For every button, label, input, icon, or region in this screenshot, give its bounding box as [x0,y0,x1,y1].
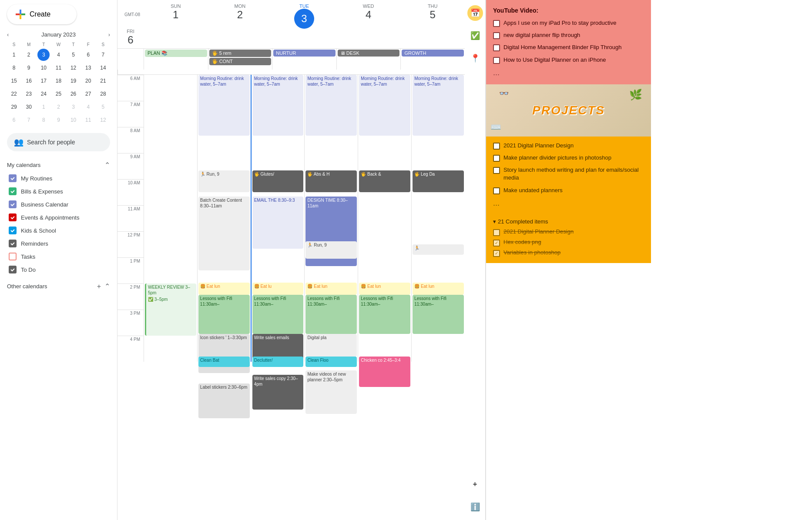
event-thu-morning-routine[interactable]: Morning Routine: drink water, 5–7am [359,75,410,136]
mini-day-19[interactable]: 19 [67,75,80,87]
completed-item-3[interactable]: ✓ Variables in photoshop [493,249,644,257]
yt-item-3[interactable]: Digital Home Management Binder Flip Thro… [493,43,644,51]
yt-item-1[interactable]: Apps I use on my iPad Pro to stay produc… [493,19,644,27]
allday-event-wed-1[interactable]: 🖥 DESK [338,50,400,57]
day-num-thu[interactable]: 5 [400,9,465,21]
calendar-item-events[interactable]: Events & Appointments [7,211,110,224]
completed-header[interactable]: ▾ 21 Completed items [493,218,644,225]
calendar-item-my-routines[interactable]: My Routines [7,172,110,185]
day-col-mon[interactable]: MON 2 [208,3,272,29]
allday-event-mon-2[interactable]: 🖐 CONT [209,58,272,65]
event-fri-morning-routine[interactable]: Morning Routine: drink water, 5–7am [413,75,464,136]
mini-day-17[interactable]: 17 [37,75,50,87]
mini-day-35[interactable]: 5 [97,101,109,113]
events-checkbox[interactable] [9,213,17,221]
day-num-tue-today[interactable]: 3 [294,9,314,29]
mini-day-23[interactable]: 23 [23,88,35,100]
mini-day-36[interactable]: 6 [8,114,20,126]
event-tue-morning-routine[interactable]: Morning Routine: drink water, 5–7am [252,75,304,136]
day-num-sun[interactable]: 1 [144,9,208,21]
mini-cal-next[interactable]: › [108,31,110,38]
mini-day-31[interactable]: 1 [37,101,50,113]
event-mon-icon-stickers[interactable]: Icon stickers ' 1–3:30pm [198,334,250,373]
mini-day-22[interactable]: 22 [8,88,20,100]
event-wed-abs[interactable]: 🖐 Abs & H [305,170,357,192]
event-mon-batch-create[interactable]: Batch Create Content 8:30–11am [198,197,250,270]
event-wed-eat-lunch[interactable]: 🍔 Eat lun [305,283,357,295]
other-calendars-header[interactable]: Other calendars + ⌃ [7,280,110,293]
yt-checkbox-3[interactable] [493,44,500,51]
mini-day-20[interactable]: 20 [82,75,94,87]
proj-item-2[interactable]: Make planner divider pictures in photosh… [493,154,644,162]
day-num-wed[interactable]: 4 [336,9,401,21]
calendar-icon-btn[interactable]: 📅 [467,5,483,21]
event-mon-morning-routine[interactable]: Morning Routine: drink water, 5–7am [198,75,250,136]
event-thu-eat-lunch[interactable]: 🍔 Eat lun [359,283,410,295]
event-wed-run[interactable]: 🏃 Run, 9 [305,241,357,259]
mini-day-25[interactable]: 25 [52,88,64,100]
mini-day-13[interactable]: 13 [82,62,94,74]
mini-day-27[interactable]: 27 [82,88,94,100]
day-num-fri[interactable]: 6 [117,34,144,47]
mini-day-1[interactable]: 1 [8,49,20,61]
event-sun-weekly-review[interactable]: WEEKLY REVIEW 3–5pm ✅ 3–5pm [145,283,196,336]
day-col-wed[interactable]: WED 4 [336,3,401,29]
event-wed-make-videos[interactable]: Make videos of new planner 2:30–5pm [305,370,357,414]
mini-day-3-today[interactable]: 3 [37,49,50,61]
my-calendars-header[interactable]: My calendars ⌃ [7,158,110,172]
search-people-button[interactable]: 👥 Search for people [7,133,110,151]
day-col-sun[interactable]: SUN 1 [144,3,208,29]
proj-checkbox-3[interactable] [493,167,500,174]
completed-item-2[interactable]: ✓ Hex codes png [493,239,644,247]
mini-day-5[interactable]: 5 [67,49,80,61]
event-mon-run[interactable]: 🏃 Run, 9 [198,170,250,192]
mini-day-30[interactable]: 30 [23,101,35,113]
mini-day-40[interactable]: 10 [67,114,80,126]
event-wed-morning-routine[interactable]: Morning Routine: drink water, 5–7am [305,75,357,136]
mini-day-14[interactable]: 14 [97,62,109,74]
allday-event-thu-1[interactable]: GROWTH [402,50,464,57]
mini-cal-prev[interactable]: ‹ [7,31,9,38]
mini-day-12[interactable]: 12 [67,62,80,74]
allday-event-mon-1[interactable]: 🖐 5 rem [209,50,272,57]
event-wed-clean-floor[interactable]: Clean Floo [305,357,357,367]
proj-checkbox-2[interactable] [493,155,500,162]
other-calendars-add-icon[interactable]: + [97,283,101,290]
mini-day-33[interactable]: 3 [67,101,80,113]
event-fri-eat-lunch[interactable]: 🍔 Eat lun [413,283,464,295]
mini-day-41[interactable]: 11 [82,114,94,126]
event-wed-lessons-fifi[interactable]: Lessons with Fifi 11:30am– [305,295,357,334]
event-tue-write-sales-emails[interactable]: Write sales emails [252,334,304,360]
yt-checkbox-1[interactable] [493,20,500,27]
event-fri-run-flag[interactable]: 🏃 [413,244,464,255]
reminders-checkbox[interactable] [9,240,17,247]
event-fri-lessons-fifi[interactable]: Lessons with Fifi 11:30am– [413,295,464,334]
proj-item-3[interactable]: Story launch method writing and plan for… [493,166,644,182]
event-fri-leg-da[interactable]: 🖐 Leg Da [413,170,464,192]
mini-day-32[interactable]: 2 [52,101,64,113]
event-tue-lessons-fifi[interactable]: Lessons with Fifi 11:30am– [252,295,304,334]
event-wed-digital-pla[interactable]: Digital pla [305,334,357,357]
yt-checkbox-2[interactable] [493,32,500,39]
event-mon-lessons-fifi[interactable]: Lessons with Fifi 11:30am– [198,295,250,334]
event-tue-eat-lunch[interactable]: 🍔 Eat lu [252,283,304,295]
event-tue-write-sales-copy[interactable]: Write sales copy 2:30–4pm [252,375,304,410]
completed-check-2[interactable]: ✓ [493,240,500,247]
mini-day-37[interactable]: 7 [23,114,35,126]
day-col-thu[interactable]: THU 5 [400,3,465,29]
completed-item-1[interactable]: 2021 Digital Planner Design [493,228,644,236]
mini-day-21[interactable]: 21 [97,75,109,87]
calendar-item-tasks[interactable]: Tasks [7,250,110,263]
event-thu-chicken[interactable]: Chicken co 2:45–3:4 [359,357,410,387]
todo-checkbox[interactable] [9,266,17,273]
completed-check-1[interactable] [493,229,500,236]
create-button[interactable]: Create [7,4,77,24]
yt-item-2[interactable]: new digital planner flip through [493,31,644,39]
mini-day-2[interactable]: 2 [23,49,35,61]
mini-day-9[interactable]: 9 [23,62,35,74]
add-icon-btn[interactable]: + [467,477,483,492]
calendar-item-todo[interactable]: To Do [7,263,110,276]
proj-item-1[interactable]: 2021 Digital Planner Design [493,142,644,150]
yt-checkbox-4[interactable] [493,57,500,64]
check-icon-btn[interactable]: ✅ [467,28,483,43]
